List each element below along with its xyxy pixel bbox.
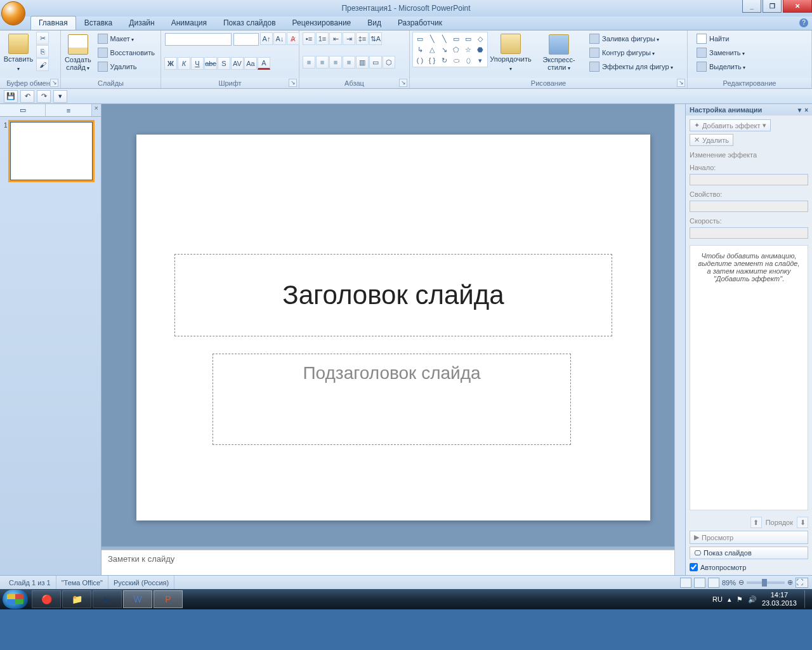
bold-button[interactable]: Ж	[164, 57, 177, 70]
task-powerpoint[interactable]: P	[154, 590, 183, 608]
zoom-in-button[interactable]: ⊕	[787, 578, 793, 587]
undo-button[interactable]: ↶	[20, 90, 34, 103]
font-family-combo[interactable]	[165, 33, 232, 46]
columns-button[interactable]: ▥	[356, 56, 369, 69]
quick-styles-button[interactable]: Экспресс-стили	[534, 32, 584, 74]
qat-customize-button[interactable]: ▾	[53, 90, 67, 103]
drawing-expand-icon[interactable]: ↘	[677, 79, 685, 87]
align-left-button[interactable]: ≡	[303, 56, 315, 69]
clear-format-button[interactable]: A̷	[287, 32, 299, 45]
task-media[interactable]: ▶	[93, 590, 122, 608]
show-desktop-button[interactable]	[804, 590, 809, 608]
pane-menu-button[interactable]: ▼ ×	[796, 107, 808, 114]
paste-button[interactable]: Вставить	[3, 32, 34, 74]
new-slide-icon	[68, 34, 88, 55]
shape-fill-button[interactable]: Заливка фигуры	[586, 32, 676, 45]
autopreview-checkbox[interactable]	[690, 563, 698, 571]
redo-button[interactable]: ↷	[37, 90, 51, 103]
font-expand-icon[interactable]: ↘	[289, 79, 297, 87]
panel-close-button[interactable]: ×	[92, 104, 101, 116]
text-direction-button[interactable]: ⇅A	[369, 32, 382, 45]
italic-button[interactable]: К	[178, 57, 190, 70]
slides-tab[interactable]: ▭	[0, 104, 46, 116]
task-explorer[interactable]: 📁	[62, 590, 91, 608]
shrink-font-button[interactable]: A↓	[273, 32, 286, 45]
task-opera[interactable]: 🔴	[32, 590, 61, 608]
inc-indent-button[interactable]: ⇥	[343, 32, 355, 45]
shadow-button[interactable]: S	[218, 57, 230, 70]
tray-clock[interactable]: 14:1723.03.2013	[762, 591, 799, 607]
zoom-out-button[interactable]: ⊖	[738, 578, 744, 587]
start-button[interactable]	[3, 590, 28, 609]
numbering-button[interactable]: 1≡	[316, 32, 329, 45]
shapes-gallery[interactable]: ▭╲╲▭▭◇ ↳△↘⬠☆⬣ ( ){ }↻⬭⬯▾	[412, 32, 488, 67]
cut-button[interactable]: ✂	[36, 32, 49, 44]
tray-arrow-icon[interactable]: ▴	[728, 595, 731, 604]
task-word[interactable]: W	[123, 590, 152, 608]
new-slide-button[interactable]: Создать слайд	[63, 32, 93, 74]
tab-insert[interactable]: Вставка	[76, 16, 121, 30]
slide-thumbnail-1[interactable]: 1	[4, 122, 97, 180]
outline-tab[interactable]: ≡	[46, 104, 91, 116]
tray-volume-icon[interactable]: 🔊	[748, 595, 757, 604]
find-button[interactable]: Найти	[692, 32, 750, 45]
char-spacing-button[interactable]: AV	[231, 57, 244, 70]
canvas-area[interactable]: Заголовок слайда Подзаголовок слайда	[102, 104, 685, 547]
zoom-slider[interactable]	[747, 581, 785, 584]
align-center-button[interactable]: ≡	[316, 56, 329, 69]
tab-slideshow[interactable]: Показ слайдов	[215, 16, 284, 30]
title-placeholder[interactable]: Заголовок слайда	[174, 254, 612, 336]
align-right-button[interactable]: ≡	[329, 56, 342, 69]
vertical-scrollbar[interactable]	[674, 104, 685, 575]
underline-button[interactable]: Ч	[191, 57, 204, 70]
minimize-button[interactable]: _	[742, 0, 761, 13]
shape-outline-button[interactable]: Контур фигуры	[586, 46, 676, 59]
align-text-button[interactable]: ▭	[369, 56, 382, 69]
maximize-button[interactable]: ❐	[763, 0, 782, 13]
office-button[interactable]	[1, 1, 25, 25]
tab-design[interactable]: Дизайн	[121, 16, 162, 30]
tray-flag-icon[interactable]: ⚑	[737, 595, 743, 604]
tab-review[interactable]: Рецензирование	[284, 16, 360, 30]
sorter-view-button[interactable]	[694, 578, 705, 588]
change-case-button[interactable]: Aa	[244, 57, 257, 70]
reset-button[interactable]: Восстановить	[95, 46, 158, 59]
copy-button[interactable]: ⎘	[36, 45, 49, 58]
select-button[interactable]: Выделить	[692, 60, 750, 73]
format-painter-button[interactable]: 🖌	[36, 58, 49, 71]
dec-indent-button[interactable]: ⇤	[329, 32, 342, 45]
subtitle-placeholder[interactable]: Подзаголовок слайда	[213, 354, 571, 445]
slideshow-view-button[interactable]	[708, 578, 719, 588]
strike-button[interactable]: abc	[204, 57, 217, 70]
help-icon[interactable]: ?	[799, 18, 808, 27]
layout-button[interactable]: Макет	[95, 32, 158, 45]
justify-button[interactable]: ≡	[343, 56, 355, 69]
line-spacing-button[interactable]: ‡≡	[356, 32, 369, 45]
tab-view[interactable]: Вид	[359, 16, 390, 30]
close-button[interactable]: ✕	[783, 0, 812, 13]
tab-developer[interactable]: Разработчик	[390, 16, 450, 30]
preview-button[interactable]: ▶Просмотр	[690, 531, 808, 544]
save-button[interactable]: 💾	[4, 90, 18, 103]
normal-view-button[interactable]	[680, 578, 691, 588]
status-language[interactable]: Русский (Россия)	[108, 576, 174, 589]
clipboard-expand-icon[interactable]: ↘	[50, 79, 58, 87]
font-size-combo[interactable]	[233, 33, 259, 46]
tab-animation[interactable]: Анимация	[163, 16, 215, 30]
bullets-button[interactable]: •≡	[303, 32, 315, 45]
slide-canvas[interactable]: Заголовок слайда Подзаголовок слайда	[136, 135, 650, 521]
grow-font-button[interactable]: A↑	[260, 32, 273, 45]
font-color-button[interactable]: A	[258, 57, 270, 70]
add-effect-button[interactable]: ✦Добавить эффект ▾	[690, 119, 771, 131]
smartart-button[interactable]: ⬡	[383, 56, 395, 69]
fit-window-button[interactable]: ⛶	[796, 578, 808, 588]
tray-lang[interactable]: RU	[712, 595, 723, 603]
replace-button[interactable]: Заменить	[692, 46, 750, 59]
paragraph-expand-icon[interactable]: ↘	[399, 79, 407, 87]
arrange-button[interactable]: Упорядочить	[488, 32, 534, 74]
slideshow-button[interactable]: 🖵Показ слайдов	[690, 547, 808, 559]
delete-slide-button[interactable]: Удалить	[95, 60, 158, 73]
notes-pane[interactable]: Заметки к слайду	[102, 550, 685, 575]
tab-home[interactable]: Главная	[30, 16, 76, 30]
shape-effects-button[interactable]: Эффекты для фигур	[586, 60, 676, 73]
